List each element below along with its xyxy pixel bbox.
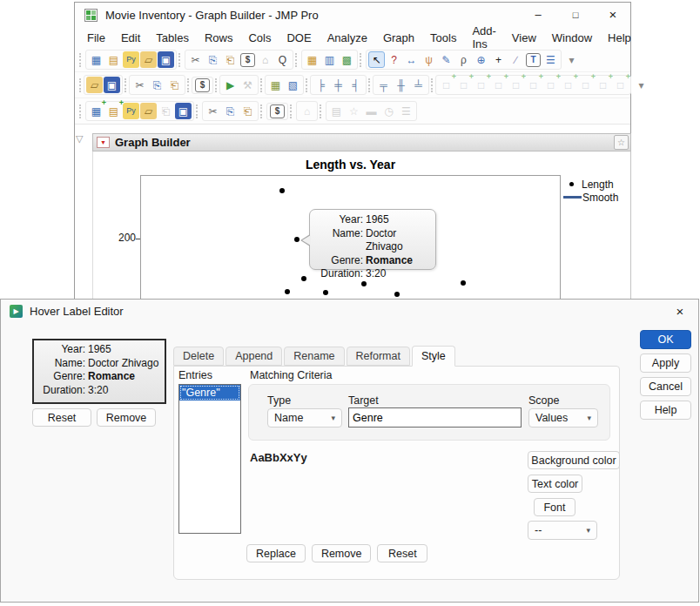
toolbar-grip[interactable] [295, 53, 299, 67]
font-button[interactable]: Font [534, 498, 575, 516]
remove-button[interactable]: Remove [97, 408, 156, 427]
toolbar-grip[interactable] [125, 78, 126, 92]
open-icon[interactable]: ▱ [140, 103, 157, 119]
favorites-icon[interactable]: ☆ [346, 103, 362, 119]
align-left-icon[interactable]: ╞ [313, 77, 329, 93]
new-data-table-icon[interactable]: ▦+ [88, 103, 104, 119]
data-point-hovered[interactable] [294, 237, 300, 242]
help-tool-icon[interactable]: ? [386, 51, 402, 68]
journal-icon[interactable]: $ [240, 53, 255, 67]
add-area-icon[interactable]: □+ [577, 77, 594, 93]
tools-icon[interactable]: ⚒ [239, 77, 256, 93]
menu-doe[interactable]: DOE [279, 30, 319, 46]
move-tool-icon[interactable]: ↔ [403, 51, 420, 68]
save-icon[interactable]: ▣ [158, 51, 174, 68]
new-data-table-icon[interactable]: ▦ [88, 51, 104, 68]
cancel-button[interactable]: Cancel [640, 377, 691, 396]
close-button[interactable]: × [594, 3, 632, 26]
cut-icon[interactable]: ✂ [131, 77, 148, 93]
new-formula-column-icon[interactable]: ▦ [267, 77, 284, 93]
reset-button[interactable]: Reset [32, 408, 91, 427]
tab-reformat[interactable]: Reformat [347, 347, 410, 366]
minimize-button[interactable]: – [519, 3, 557, 26]
data-point[interactable] [323, 290, 328, 295]
python-icon[interactable]: Py [123, 103, 139, 119]
toolbar-grip[interactable] [79, 104, 83, 118]
copy-icon[interactable]: ⎘ [205, 51, 221, 68]
recode-icon[interactable]: ▧ [285, 77, 301, 93]
crosshair-tool-icon[interactable]: + [490, 51, 507, 68]
menu-window[interactable]: Window [544, 30, 600, 46]
copy-icon[interactable]: ⎘ [222, 103, 239, 119]
add-bar-icon[interactable]: □+ [473, 77, 489, 93]
grabber-tool-icon[interactable]: ψ [421, 51, 437, 68]
align-bottom-icon[interactable]: ╧ [410, 77, 427, 93]
open-icon[interactable]: ▱ [86, 77, 103, 93]
cut-icon[interactable]: ✂ [205, 103, 221, 119]
disclosure-triangle-icon[interactable]: ▽ [76, 133, 83, 145]
dialog-close-icon[interactable]: × [667, 300, 693, 321]
align-center-icon[interactable]: ╪ [330, 77, 347, 93]
background-color-button[interactable]: Background color [528, 451, 620, 469]
new-data-view-icon[interactable]: ▩ [339, 51, 355, 68]
toolbar-overflow-icon[interactable]: ▾ [563, 51, 580, 68]
toolbar-grip[interactable] [215, 78, 217, 92]
toolbar-grip[interactable] [260, 78, 262, 92]
toolbar-grip[interactable] [368, 78, 370, 92]
tab-delete[interactable]: Delete [173, 347, 224, 366]
menu-help[interactable]: Help [600, 30, 639, 46]
tab-style[interactable]: Style [412, 346, 455, 367]
toolbar-grip[interactable] [320, 104, 323, 118]
menu-tools[interactable]: Tools [422, 30, 464, 46]
paste-icon[interactable]: ⎗ [239, 103, 256, 119]
arrow-tool-icon[interactable]: ↖ [368, 51, 385, 68]
reset-button[interactable]: Reset [377, 544, 427, 562]
align-right-icon[interactable]: ╡ [347, 77, 364, 93]
menu-cols[interactable]: Cols [240, 30, 279, 46]
add-line-icon[interactable]: □+ [560, 77, 576, 93]
replace-button[interactable]: Replace [246, 544, 306, 562]
copy-icon[interactable]: ⎘ [149, 77, 165, 93]
layers-icon[interactable]: ▤ [328, 103, 345, 119]
menu-graph[interactable]: Graph [375, 30, 422, 46]
maximize-button[interactable]: □ [556, 3, 595, 26]
menu-file[interactable]: File [79, 30, 113, 46]
toolbar-grip[interactable] [196, 104, 199, 118]
open-icon[interactable]: ▱ [140, 51, 157, 68]
toolbar-grip[interactable] [79, 53, 83, 67]
lock-icon[interactable]: ⌂ [299, 103, 315, 119]
add-smoother-icon[interactable]: □+ [455, 77, 472, 93]
toolbar-grip[interactable] [360, 53, 363, 67]
add-pie-icon[interactable]: □+ [542, 77, 559, 93]
type-dropdown[interactable]: Name ▾ [267, 408, 342, 428]
toolbar-grip[interactable] [79, 78, 81, 92]
lasso-tool-icon[interactable]: ρ [455, 51, 472, 68]
toolbar-grip[interactable] [260, 104, 264, 118]
tab-rename[interactable]: Rename [284, 347, 344, 366]
search-icon[interactable]: Q [274, 51, 291, 68]
save-icon[interactable]: ▣ [104, 77, 120, 93]
add-heatmap-icon[interactable]: □+ [525, 77, 542, 93]
add-caption-icon[interactable]: □+ [595, 77, 611, 93]
help-button[interactable]: Help [640, 401, 691, 420]
magnifier-tool-icon[interactable]: ⊕ [473, 51, 489, 68]
data-point[interactable] [301, 276, 306, 281]
entries-list[interactable]: "Genre" [178, 384, 241, 534]
toolbar-grip[interactable] [306, 78, 307, 92]
entries-list-item[interactable]: "Genre" [179, 385, 240, 401]
add-map-icon[interactable]: □+ [612, 77, 629, 93]
text-color-button[interactable]: Text color [528, 475, 582, 493]
toolbar-grip[interactable] [187, 78, 189, 92]
remove-button[interactable]: Remove [312, 544, 372, 562]
archive-icon[interactable]: ▬ [363, 103, 380, 119]
paste-icon[interactable]: ⎗ [222, 51, 239, 68]
bookmark-icon[interactable]: ☆ [614, 135, 629, 150]
data-point[interactable] [279, 188, 285, 193]
add-points-icon[interactable]: □+ [438, 77, 454, 93]
data-point[interactable] [285, 289, 290, 294]
menu-tables[interactable]: Tables [148, 30, 197, 46]
ok-button[interactable]: OK [640, 330, 691, 349]
menu-analyze[interactable]: Analyze [320, 30, 375, 46]
plot-area[interactable]: Year:1965Name:Doctor ZhivagoGenre:Romanc… [140, 175, 561, 314]
font-size-dropdown[interactable]: -- ▾ [528, 521, 597, 540]
